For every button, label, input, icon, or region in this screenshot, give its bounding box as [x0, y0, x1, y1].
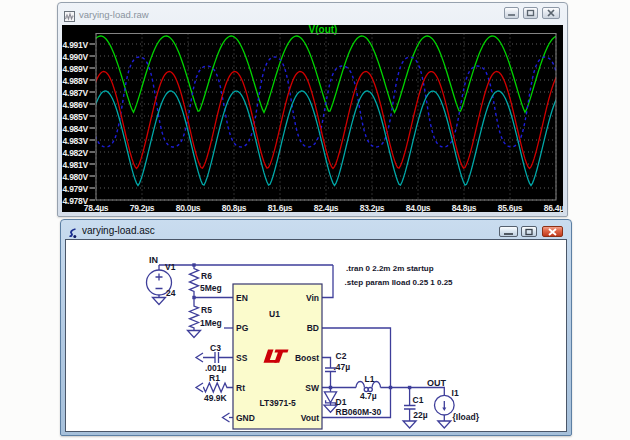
svg-text:4.980V: 4.980V: [63, 172, 89, 182]
svg-text:IN: IN: [149, 255, 158, 265]
svg-text:86.4µs: 86.4µs: [544, 203, 563, 212]
svg-text:C1: C1: [413, 395, 424, 405]
svg-text:PG: PG: [236, 323, 249, 333]
svg-text:BD: BD: [307, 323, 319, 333]
svg-text:.47µ: .47µ: [334, 362, 351, 372]
svg-text:SS: SS: [236, 353, 248, 363]
svg-text:4.989V: 4.989V: [63, 64, 89, 74]
svg-text:Rt: Rt: [236, 383, 245, 393]
svg-text:85.6µs: 85.6µs: [498, 203, 523, 212]
svg-text:4.982V: 4.982V: [63, 148, 89, 158]
svg-text:79.2µs: 79.2µs: [130, 203, 155, 212]
svg-text:4.983V: 4.983V: [63, 136, 89, 146]
svg-text:24: 24: [166, 288, 176, 298]
svg-text:EN: EN: [236, 293, 248, 303]
svg-text:84.8µs: 84.8µs: [452, 203, 477, 212]
svg-text:84.0µs: 84.0µs: [406, 203, 431, 212]
svg-text:81.6µs: 81.6µs: [268, 203, 293, 212]
svg-text:.tran 0 2.2m 2m startup: .tran 0 2.2m 2m startup: [346, 264, 434, 273]
svg-text:R1: R1: [209, 373, 220, 383]
svg-text:80.8µs: 80.8µs: [222, 203, 247, 212]
svg-text:5Meg: 5Meg: [200, 283, 222, 293]
svg-text:Vout: Vout: [301, 413, 319, 423]
svg-text:83.2µs: 83.2µs: [360, 203, 385, 212]
svg-text:{Iload}: {Iload}: [453, 412, 480, 422]
svg-text:.step param Iload 0.25 1 0.25: .step param Iload 0.25 1 0.25: [345, 278, 454, 287]
svg-text:LT3971-5: LT3971-5: [260, 398, 296, 408]
svg-text:U1: U1: [269, 309, 280, 319]
svg-text:I1: I1: [452, 388, 459, 398]
svg-text:49.9K: 49.9K: [204, 393, 228, 403]
svg-text:RB060M-30: RB060M-30: [336, 407, 382, 417]
svg-text:GND: GND: [236, 413, 255, 423]
svg-text:4.988V: 4.988V: [63, 76, 89, 86]
svg-text:4.979V: 4.979V: [63, 184, 89, 194]
svg-text:.001µ: .001µ: [205, 363, 227, 373]
svg-text:22µ: 22µ: [413, 410, 427, 420]
svg-text:4.986V: 4.986V: [63, 100, 89, 110]
svg-text:4.981V: 4.981V: [63, 160, 89, 170]
svg-text:Vin: Vin: [306, 293, 319, 303]
svg-text:78.4µs: 78.4µs: [84, 203, 109, 212]
svg-text:Boost: Boost: [295, 353, 319, 363]
svg-text:R6: R6: [201, 271, 212, 281]
svg-text:OUT: OUT: [427, 378, 447, 388]
svg-text:R5: R5: [201, 305, 212, 315]
svg-text:D1: D1: [336, 397, 347, 407]
svg-text:80.0µs: 80.0µs: [176, 203, 201, 212]
svg-text:4.987V: 4.987V: [63, 88, 89, 98]
svg-text:4.984V: 4.984V: [63, 124, 89, 134]
svg-text:L1: L1: [365, 374, 375, 384]
svg-text:4.7µ: 4.7µ: [360, 391, 377, 401]
svg-text:1Meg: 1Meg: [200, 318, 222, 328]
svg-text:82.4µs: 82.4µs: [314, 203, 339, 212]
svg-text:C3: C3: [210, 343, 221, 353]
svg-text:4.991V: 4.991V: [63, 40, 89, 50]
svg-text:SW: SW: [305, 383, 320, 393]
svg-text:C2: C2: [336, 351, 347, 361]
svg-text:4.985V: 4.985V: [63, 112, 89, 122]
svg-text:V1: V1: [165, 262, 176, 272]
svg-text:4.990V: 4.990V: [63, 52, 89, 62]
